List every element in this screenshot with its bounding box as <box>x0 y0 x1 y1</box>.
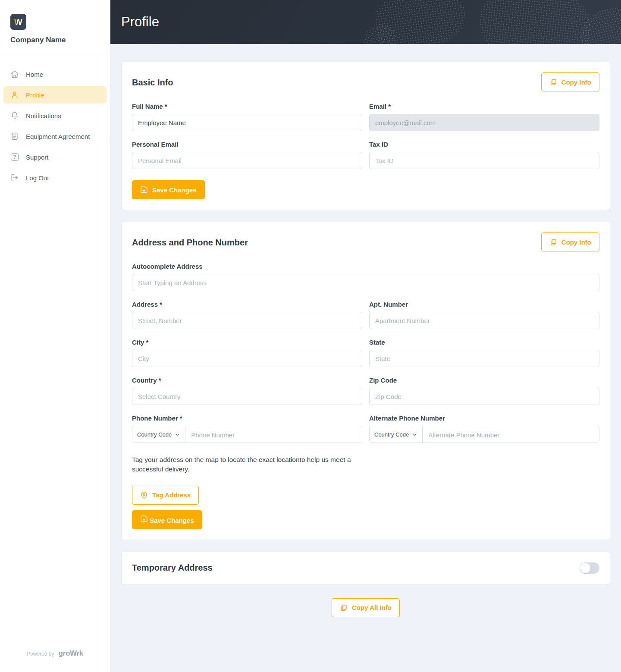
zip-code-field-group: Zip Code <box>369 377 599 405</box>
powered-by: Powered by groWrk <box>0 649 110 672</box>
page-header: Profile <box>110 0 621 44</box>
copy-icon <box>549 238 557 246</box>
basic-info-card: Basic Info Copy Info Full Name * Email * <box>121 62 610 210</box>
copy-icon <box>549 78 557 86</box>
address-title: Address and Phone Number <box>132 232 248 248</box>
sidebar-item-label: Equipment Agreement <box>26 133 90 140</box>
country-select[interactable] <box>132 388 362 405</box>
chevron-down-icon <box>412 432 417 437</box>
app-root: W Company Name Home Profile <box>0 0 621 672</box>
chevron-down-icon <box>175 432 180 437</box>
address-card: Address and Phone Number Copy Info Autoc… <box>121 222 610 540</box>
state-label: State <box>369 339 599 346</box>
phone-number-input[interactable] <box>185 426 362 443</box>
autocomplete-address-input[interactable] <box>132 274 599 291</box>
tag-address-note: Tag your address on the map to locate th… <box>132 455 356 474</box>
personal-email-input[interactable] <box>132 152 362 169</box>
growrk-logo: groWrk <box>58 649 83 658</box>
tax-id-label: Tax ID <box>369 141 599 148</box>
country-field-group: Country * <box>132 377 362 405</box>
page-title: Profile <box>110 14 159 30</box>
sidebar: W Company Name Home Profile <box>0 0 110 672</box>
personal-email-field-group: Personal Email <box>132 141 362 169</box>
copy-icon <box>340 604 348 612</box>
sidebar-nav: Home Profile Notifications Equipment Agr… <box>0 54 110 190</box>
document-icon <box>10 132 19 141</box>
save-icon <box>140 515 148 523</box>
sidebar-item-label: Log Out <box>26 174 49 182</box>
address-input[interactable] <box>132 312 362 329</box>
company-name: Company Name <box>10 36 100 44</box>
full-name-label: Full Name * <box>132 103 362 110</box>
user-icon <box>10 91 19 99</box>
alt-phone-field-group: Alternate Phone Number Country Code <box>369 415 599 443</box>
apt-number-input[interactable] <box>369 312 599 329</box>
logout-icon <box>10 173 19 182</box>
state-field-group: State <box>369 339 599 367</box>
email-field-group: Email * <box>369 103 599 131</box>
world-map-dots <box>372 0 470 44</box>
company-logo: W <box>10 14 26 30</box>
phone-number-field-group: Phone Number * Country Code <box>132 415 362 443</box>
page-content: Basic Info Copy Info Full Name * Email * <box>110 44 621 672</box>
sidebar-logo-area: W Company Name <box>0 0 110 54</box>
temporary-address-card: Temporary Address <box>121 552 610 584</box>
full-name-field-group: Full Name * <box>132 103 362 131</box>
apt-number-field-group: Apt. Number <box>369 301 599 329</box>
sidebar-item-logout[interactable]: Log Out <box>3 169 107 186</box>
question-icon: ? <box>10 153 19 161</box>
temporary-address-title: Temporary Address <box>132 563 213 573</box>
personal-email-label: Personal Email <box>132 141 362 148</box>
city-field-group: City * <box>132 339 362 367</box>
save-changes-button[interactable]: Save Changes <box>132 510 202 529</box>
main-area: Profile Basic Info Copy Info Full Name <box>110 0 621 672</box>
address-label: Address * <box>132 301 362 308</box>
sidebar-item-home[interactable]: Home <box>3 66 107 83</box>
phone-number-label: Phone Number * <box>132 415 362 422</box>
autocomplete-address-field-group: Autocomplete Address <box>132 263 599 291</box>
apt-number-label: Apt. Number <box>369 301 599 308</box>
powered-by-label: Powered by <box>27 651 54 657</box>
copy-info-button[interactable]: Copy Info <box>541 232 599 251</box>
sidebar-item-profile[interactable]: Profile <box>3 86 107 104</box>
sidebar-item-label: Support <box>26 154 49 161</box>
email-label: Email * <box>369 103 599 110</box>
sidebar-item-equipment-agreement[interactable]: Equipment Agreement <box>3 128 107 145</box>
alt-country-code-select[interactable]: Country Code <box>370 426 423 443</box>
home-icon <box>10 70 19 79</box>
sidebar-item-label: Profile <box>26 91 44 99</box>
sidebar-item-label: Notifications <box>26 112 61 119</box>
sidebar-item-notifications[interactable]: Notifications <box>3 107 107 124</box>
city-input[interactable] <box>132 350 362 367</box>
world-map-dots <box>475 0 595 44</box>
email-input <box>369 114 599 131</box>
country-label: Country * <box>132 377 362 384</box>
company-logo-letter: W <box>14 18 22 26</box>
copy-all-info-button[interactable]: Copy All Info <box>332 598 400 617</box>
tax-id-field-group: Tax ID <box>369 141 599 169</box>
sidebar-item-support[interactable]: ? Support <box>3 148 107 166</box>
sidebar-item-label: Home <box>26 71 43 78</box>
autocomplete-address-label: Autocomplete Address <box>132 263 599 270</box>
save-icon <box>140 186 148 194</box>
basic-info-title: Basic Info <box>132 72 173 88</box>
full-name-input[interactable] <box>132 114 362 131</box>
zip-code-input[interactable] <box>369 388 599 405</box>
map-pin-icon <box>140 491 148 499</box>
copy-info-button[interactable]: Copy Info <box>541 72 599 91</box>
tag-address-button[interactable]: Tag Address <box>132 486 199 505</box>
tax-id-input[interactable] <box>369 152 599 169</box>
toggle-knob <box>580 563 590 573</box>
temporary-address-toggle[interactable] <box>580 562 599 574</box>
country-code-select[interactable]: Country Code <box>132 426 185 443</box>
save-changes-button[interactable]: Save Changes <box>132 180 205 199</box>
city-label: City * <box>132 339 362 346</box>
bell-icon <box>10 111 19 120</box>
alt-phone-input[interactable] <box>423 426 599 443</box>
state-input[interactable] <box>369 350 599 367</box>
alt-phone-label: Alternate Phone Number <box>369 415 599 422</box>
zip-code-label: Zip Code <box>369 377 599 384</box>
address-field-group: Address * <box>132 301 362 329</box>
